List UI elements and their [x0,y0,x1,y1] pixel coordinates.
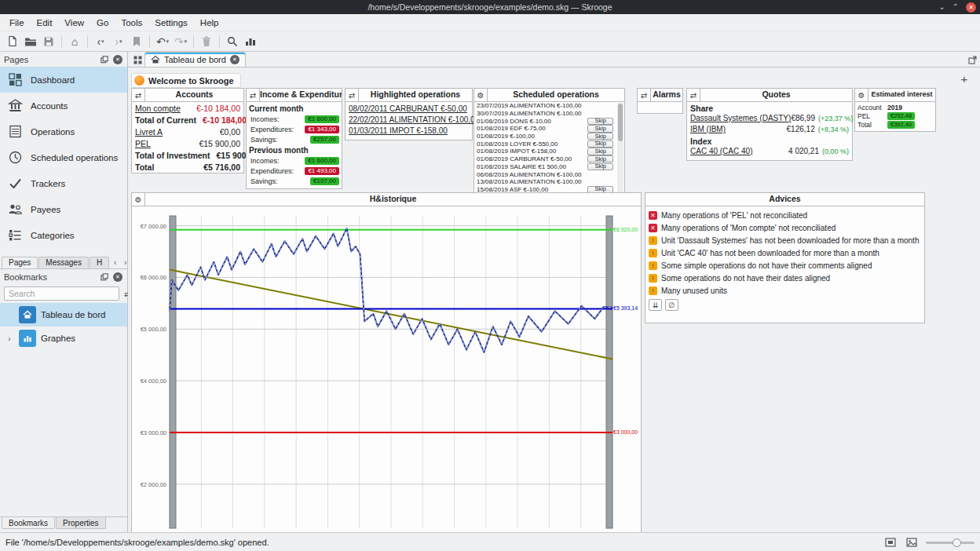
tab-pages[interactable]: Pages [2,257,38,268]
home-button[interactable]: ⌂ [66,33,83,50]
tab-close-icon[interactable]: ✕ [230,55,240,64]
search-input[interactable] [4,286,119,301]
zoom-original-button[interactable] [905,535,919,549]
advice-item[interactable]: !Many unused units [649,284,921,297]
widget-menu-icon[interactable]: ⇄ [687,89,700,101]
zoom-slider-track[interactable] [926,542,975,544]
undo-button[interactable]: ↶▾ [154,33,171,50]
alarms-widget-header[interactable]: ⇄ Alarms [638,89,682,102]
quotes-widget-header[interactable]: ⇄ Quotes [687,89,852,102]
skip-button[interactable]: Skip [587,118,613,125]
report-button[interactable] [242,33,259,50]
account-link[interactable]: Livret A [135,127,163,137]
delete-button[interactable] [198,33,215,50]
bookmark-item-graphes[interactable]: › Graphes [0,327,127,350]
advice-item[interactable]: !Unit 'Dassault Systemes' has not been d… [649,234,921,246]
skip-button[interactable]: Skip [587,163,613,170]
expander-icon[interactable]: › [5,334,14,343]
scheduled-row[interactable]: 01/08/2019 IMPOT €-158,00Skip [474,148,624,155]
highlighted-operation[interactable]: 22/02/2011 ALIMENTATION €-100,00 [349,115,469,126]
show-more-advices-button[interactable]: ⇊ [649,299,662,311]
scrollbar[interactable] [617,103,623,192]
advice-item[interactable]: !Some simple operations do not have thei… [649,259,921,272]
tab-history[interactable]: H [90,257,109,268]
bookmark-button[interactable] [128,33,145,50]
quote-link[interactable]: IBM (IBM) [690,125,726,133]
fit-page-button[interactable] [883,535,898,549]
scheduled-row[interactable]: 01/08/2019 EDF €-75,00Skip [474,125,624,133]
skip-button[interactable]: Skip [587,155,613,162]
back-dropdown-icon[interactable]: ▾ [101,38,104,45]
menu-help[interactable]: Help [194,16,225,30]
forward-dropdown-icon[interactable]: ▾ [119,38,122,45]
close-window-icon[interactable]: ✕ [966,2,976,13]
maximize-icon[interactable]: ⌃ [953,0,959,14]
open-file-button[interactable] [22,33,39,50]
tab-messages[interactable]: Messages [38,257,89,268]
skip-button[interactable]: Skip [587,140,613,148]
tab-properties[interactable]: Properties [56,517,106,529]
save-button[interactable] [40,33,57,50]
menu-go[interactable]: Go [90,16,115,30]
scheduled-row[interactable]: 01/08/2019 CARBURANT €-50,00Skip [474,155,624,163]
menu-view[interactable]: View [58,16,90,30]
scrollbar-thumb[interactable] [618,104,623,141]
sidebar-item-trackers[interactable]: Trackers [0,170,127,196]
sidebar-item-scheduled-operations[interactable]: Scheduled operations [0,144,127,170]
highlighted-operation[interactable]: 01/03/2011 IMPOT €-158,00 [349,126,469,137]
account-link[interactable]: Mon compte [135,104,181,113]
skip-button[interactable]: Skip [587,125,613,132]
tab-list-button[interactable] [130,53,144,67]
account-link[interactable]: PEL [135,139,151,148]
scheduled-row[interactable]: 06/08/2019 ALIMENTATION €-100,00 [474,170,624,178]
bookmarks-close-button[interactable]: ✕ [112,272,123,283]
skip-button[interactable]: Skip [587,148,613,155]
scheduled-row[interactable]: 01/08/2019 LOYER €-550,00Skip [474,140,624,148]
widget-menu-icon[interactable]: ⇄ [132,89,145,101]
zoom-slider-handle[interactable] [953,538,961,547]
skip-button[interactable]: Skip [587,133,613,140]
scheduled-row[interactable]: 01/08/2019 €-100,00Skip [474,133,624,140]
dismiss-advices-button[interactable]: ∅ [665,299,678,311]
advice-item[interactable]: !Some operations do not have their dates… [649,272,921,284]
widget-settings-icon[interactable]: ⚙ [132,193,145,206]
menu-settings[interactable]: Settings [148,16,194,30]
advice-item[interactable]: ✕Many operations of 'PEL' not reconcilia… [649,209,921,221]
advice-item[interactable]: !Unit 'CAC 40' has not been downloaded f… [649,246,921,259]
new-document-button[interactable] [4,33,21,50]
income-widget-header[interactable]: ⇄ Income & Expenditure [247,89,342,102]
widget-menu-icon[interactable]: ⇄ [346,89,359,101]
scheduled-row[interactable]: 13/08/2019 ALIMENTATION €-100,00 [474,178,624,186]
back-button[interactable]: ‹▾ [92,33,109,50]
tab-tableau-de-bord[interactable]: Tableau de bord ✕ [144,52,246,67]
sidebar-item-accounts[interactable]: Accounts [0,93,127,119]
scheduled-widget-header[interactable]: ⚙ Scheduled operations [474,89,624,102]
menu-tools[interactable]: Tools [115,16,148,30]
forward-button[interactable]: ›▾ [110,33,127,50]
estimated-widget-header[interactable]: ⚙ Estimated interest [855,89,935,102]
advices-widget-header[interactable]: Advices [645,193,924,206]
minimize-icon[interactable]: ⌄ [938,0,945,14]
highlighted-widget-header[interactable]: ⇄ Highlighted operations [346,89,472,102]
sidebar-item-dashboard[interactable]: Dashboard [0,67,127,93]
widget-settings-icon[interactable]: ⚙ [474,89,488,101]
scroll-left-icon[interactable]: ‹ [110,257,120,268]
bookmark-item-tableau-de-bord[interactable]: Tableau de bord [0,303,127,327]
scheduled-row[interactable]: 01/08/2019 DONS €-10,00Skip [474,117,624,125]
search-button[interactable] [224,33,241,50]
widget-settings-icon[interactable]: ⚙ [855,89,868,101]
menu-edit[interactable]: Edit [31,16,59,30]
detach-tab-button[interactable] [964,53,980,67]
menu-file[interactable]: File [3,16,31,30]
sidebar-item-payees[interactable]: Payees [0,196,127,222]
scheduled-row[interactable]: 01/08/2019 SALAIRE €1 500,00Skip [474,163,624,171]
zoom-slider[interactable] [926,537,975,548]
welcome-banner[interactable]: Welcome to Skrooge [131,73,241,88]
redo-button[interactable]: ↷▾ [172,33,189,50]
scheduled-row[interactable]: 23/07/2019 ALIMENTATION €-100,00 [474,102,624,110]
advice-item[interactable]: ✕Many operations of 'Mon compte' not rec… [649,221,921,234]
pages-float-button[interactable] [99,54,110,65]
tab-bookmarks[interactable]: Bookmarks [2,517,55,529]
historique-widget-header[interactable]: ⚙ H&istorique [132,193,641,206]
scheduled-row[interactable]: 30/07/2019 ALIMENTATION €-100,00 [474,110,624,118]
